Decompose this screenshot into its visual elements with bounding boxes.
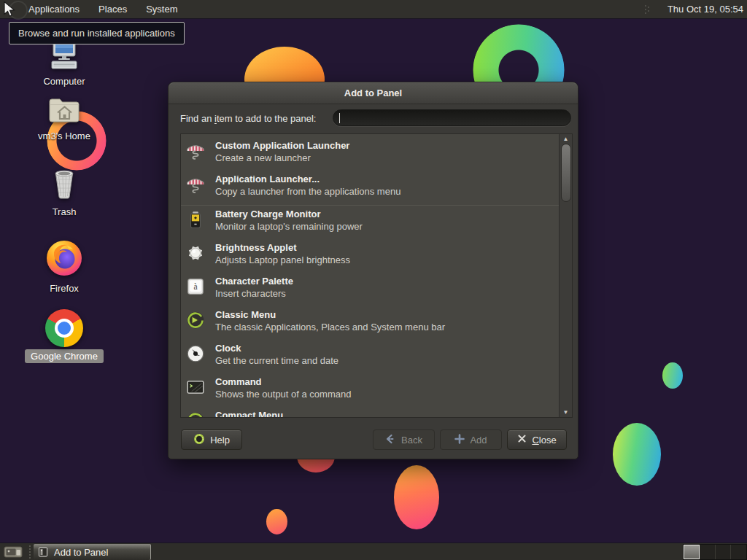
brightness-icon xyxy=(185,243,206,263)
computer-icon xyxy=(47,40,82,74)
scrollbar-thumb[interactable] xyxy=(561,144,571,202)
list-item-desc: Copy a launcher from the applications me… xyxy=(215,186,400,197)
list-item-title: Application Launcher... xyxy=(215,174,320,184)
dialog-title: Add to Panel xyxy=(344,88,402,98)
show-desktop-icon[interactable] xyxy=(4,545,23,560)
launcher-icon xyxy=(185,174,206,195)
list-item-desc: Shows the output of a command xyxy=(215,389,351,400)
list-item-desc: Create a new launcher xyxy=(215,152,311,163)
svg-text:à: à xyxy=(193,281,198,292)
mouse-cursor xyxy=(1,1,18,21)
list-item-custom-application-launcher[interactable]: Custom Application Launcher Create a new… xyxy=(181,139,557,171)
top-panel: Applications Places System Thu Oct 19, 0… xyxy=(0,0,747,19)
list-item-title: Command xyxy=(215,376,262,387)
launcher-icon xyxy=(185,141,206,161)
panel-drag-handle[interactable] xyxy=(28,545,31,559)
menu-system[interactable]: System xyxy=(142,4,182,15)
compact-menu-icon xyxy=(185,411,206,418)
list-item-application-launcher[interactable]: Application Launcher... Copy a launcher … xyxy=(181,173,557,205)
list-item-desc: Get the current time and date xyxy=(215,355,338,366)
workspace-3[interactable] xyxy=(716,545,732,559)
classic-menu-icon xyxy=(185,310,206,330)
search-input-field[interactable] xyxy=(341,112,560,124)
list-item-title: Brightness Applet xyxy=(215,242,296,253)
list-item-title: Clock xyxy=(215,343,241,354)
close-icon xyxy=(517,434,527,446)
workspace-switcher xyxy=(683,544,747,560)
search-input[interactable] xyxy=(333,109,571,126)
menu-bar: Applications Places System xyxy=(24,0,182,18)
menu-places[interactable]: Places xyxy=(94,4,131,15)
taskbar-window-label: Add to Panel xyxy=(54,547,108,558)
list-item-compact-menu[interactable]: Compact Menu xyxy=(181,409,557,418)
bottom-panel: Add to Panel xyxy=(0,542,747,560)
list-item-battery-charge-monitor[interactable]: Battery Charge Monitor Monitor a laptop'… xyxy=(181,208,557,240)
clock-icon xyxy=(185,343,206,364)
wallpaper-blob-green-large xyxy=(613,423,661,486)
help-button[interactable]: Help xyxy=(181,429,242,450)
command-icon xyxy=(185,377,206,397)
workspace-1[interactable] xyxy=(684,545,700,559)
add-to-panel-dialog: Add to Panel Find an item to add to the … xyxy=(168,82,578,459)
workspace-2[interactable] xyxy=(700,545,716,559)
list-item-desc: Monitor a laptop's remaining power xyxy=(215,221,363,232)
desktop-icon-label: Computer xyxy=(43,76,85,87)
battery-icon xyxy=(185,209,206,230)
scrollbar[interactable]: ▲ ▼ xyxy=(559,134,572,417)
list-item-desc: Adjusts Laptop panel brightness xyxy=(215,254,350,265)
list-item-desc: Insert characters xyxy=(215,288,286,299)
desktop-icon-label: Trash xyxy=(53,206,77,217)
list-separator xyxy=(181,205,560,206)
desktop-icon-label: vm3's Home xyxy=(38,131,90,141)
add-button[interactable]: Add xyxy=(440,429,502,450)
wallpaper-blob-orange-large xyxy=(394,465,439,529)
window-icon xyxy=(38,547,48,557)
close-button-label: Close xyxy=(532,435,556,446)
desktop-icon-chrome[interactable]: Google Chrome xyxy=(20,309,108,363)
menu-applications[interactable]: Applications xyxy=(24,4,84,15)
character-palette-icon: à xyxy=(185,276,206,297)
list-item-command[interactable]: Command Shows the output of a command xyxy=(181,376,557,408)
firefox-icon xyxy=(44,237,84,281)
list-item-clock[interactable]: Clock Get the current time and date xyxy=(181,342,557,374)
list-item-classic-menu[interactable]: Classic Menu The classic Applications, P… xyxy=(181,308,557,341)
panel-grip-icon xyxy=(644,4,650,18)
trash-icon xyxy=(50,166,79,204)
workspace-4[interactable] xyxy=(731,545,746,559)
chrome-icon xyxy=(45,309,83,347)
help-icon xyxy=(193,433,205,447)
desktop-icon-firefox[interactable]: Firefox xyxy=(20,237,108,294)
desktop-icon-trash[interactable]: Trash xyxy=(20,166,108,217)
tooltip: Browse and run installed applications xyxy=(9,22,185,44)
desktop-icon-label: Firefox xyxy=(50,283,79,294)
clock-applet[interactable]: Thu Oct 19, 05:54 xyxy=(667,0,743,18)
back-button-label: Back xyxy=(401,435,422,446)
list-item-title: Classic Menu xyxy=(215,309,276,320)
list-item-title: Character Palette xyxy=(215,276,293,287)
plus-icon xyxy=(454,434,465,446)
list-item-character-palette[interactable]: à Character Palette Insert characters xyxy=(181,275,557,307)
help-button-label: Help xyxy=(210,435,230,446)
desktop-icon-label: Google Chrome xyxy=(25,349,104,363)
wallpaper-blob-teal-small xyxy=(662,362,683,389)
list-item-title: Battery Charge Monitor xyxy=(215,209,320,219)
desktop-root: Applications Places System Thu Oct 19, 0… xyxy=(0,0,747,560)
add-button-label: Add xyxy=(470,435,487,446)
list-item-title: Compact Menu xyxy=(215,410,283,418)
taskbar-window-button[interactable]: Add to Panel xyxy=(34,544,151,560)
text-caret xyxy=(339,113,340,123)
list-item-title: Custom Application Launcher xyxy=(215,140,349,151)
scroll-down-icon[interactable]: ▼ xyxy=(560,408,572,417)
back-arrow-icon xyxy=(385,434,396,446)
back-button[interactable]: Back xyxy=(373,429,435,450)
scroll-up-icon[interactable]: ▲ xyxy=(560,134,572,144)
desktop-icon-computer[interactable]: Computer xyxy=(20,40,108,87)
close-button[interactable]: Close xyxy=(507,429,567,450)
dialog-titlebar[interactable]: Add to Panel xyxy=(169,82,578,104)
desktop-icon-home[interactable]: vm3's Home xyxy=(20,95,108,141)
applet-list: Custom Application Launcher Create a new… xyxy=(180,133,573,418)
list-item-brightness-applet[interactable]: Brightness Applet Adjusts Laptop panel b… xyxy=(181,241,557,273)
wallpaper-blob-orange-small xyxy=(266,509,287,534)
home-folder-icon xyxy=(47,95,82,128)
list-item-desc: The classic Applications, Places and Sys… xyxy=(215,322,445,332)
